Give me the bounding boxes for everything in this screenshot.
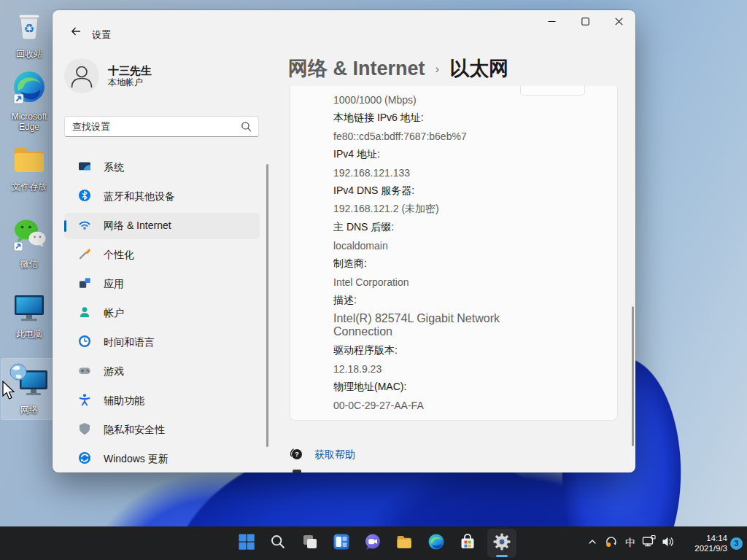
desktop: ♻ 回收站 Microsoft Edge 文件存放 微 <box>0 0 747 560</box>
search-icon <box>241 121 252 132</box>
content-scrollbar[interactable] <box>632 306 634 446</box>
desktop-icon-wechat[interactable]: 微信 <box>1 216 57 269</box>
folder-icon <box>12 144 47 179</box>
prop-label: IPv4 DNS 服务器: <box>333 182 603 200</box>
prop-label: 描述: <box>333 291 603 309</box>
accounts-person-icon <box>77 305 92 322</box>
back-button[interactable] <box>64 24 88 42</box>
sidebar-item-personalization[interactable]: 个性化 <box>64 242 260 268</box>
prop-label: 驱动程序版本: <box>333 341 603 359</box>
chat-icon <box>364 533 382 553</box>
wifi-icon <box>77 217 92 235</box>
windows-logo-icon <box>238 533 255 553</box>
sidebar-item-accounts[interactable]: 帐户 <box>64 300 260 327</box>
ethernet-icon <box>642 534 657 552</box>
sync-pending-icon <box>604 534 619 552</box>
apps-icon <box>77 276 92 293</box>
minimize-icon <box>548 15 556 28</box>
notification-badge[interactable]: 3 <box>730 537 743 550</box>
sidebar-scrollbar[interactable] <box>266 164 268 447</box>
window-title: 设置 <box>92 28 111 42</box>
search-button[interactable] <box>263 529 293 558</box>
minimize-button[interactable] <box>535 11 568 33</box>
sidebar-item-privacy-security[interactable]: 隐私和安全性 <box>64 417 260 443</box>
sidebar-item-gaming[interactable]: 游戏 <box>64 359 260 385</box>
person-icon <box>64 58 99 93</box>
copy-button-partial[interactable] <box>520 86 585 96</box>
hidden-icons-button[interactable] <box>583 529 602 558</box>
edge-icon <box>427 533 445 553</box>
tray-time: 14:14 <box>682 533 727 543</box>
breadcrumb-parent[interactable]: 网络 & Internet <box>288 55 425 82</box>
get-help-link[interactable]: 获取帮助 <box>314 448 355 462</box>
update-pending-button[interactable] <box>602 529 621 558</box>
desktop-icon-label: 回收站 <box>16 49 42 59</box>
sidebar-item-windows-update[interactable]: Windows 更新 <box>64 446 260 472</box>
sidebar-item-time-language[interactable]: 时间和语言 <box>64 330 260 356</box>
file-explorer-button[interactable] <box>390 529 419 558</box>
prop-label: 本地链接 IPv6 地址: <box>333 109 603 127</box>
taskbar: 中 14:14 2021/9/3 3 <box>0 526 747 560</box>
desktop-icon-file-folder[interactable]: 文件存放 <box>1 144 57 192</box>
breadcrumb: 网络 & Internet › 以太网 <box>288 55 508 82</box>
tray-clock[interactable]: 14:14 2021/9/3 <box>682 533 727 553</box>
sidebar-item-network-internet[interactable]: 网络 & Internet <box>64 213 260 239</box>
prop-value: localdomain <box>333 236 603 254</box>
desktop-icon-this-pc[interactable]: 此电脑 <box>1 292 57 339</box>
system-icon <box>77 159 92 176</box>
start-button[interactable] <box>232 529 261 558</box>
prop-value: 12.18.9.23 <box>333 359 603 378</box>
desktop-icon-recycle-bin[interactable]: ♻ 回收站 <box>1 10 57 59</box>
sidebar-item-system[interactable]: 系统 <box>64 155 260 181</box>
desktop-icon-label: Microsoft Edge <box>1 112 57 132</box>
user-account-type: 本地帐户 <box>108 77 152 88</box>
chat-button[interactable] <box>358 529 387 558</box>
volume-tray-button[interactable] <box>659 529 678 558</box>
prop-value: Intel(R) 82574L Gigabit Network Connecti… <box>333 309 508 341</box>
settings-search <box>64 116 259 137</box>
store-button[interactable] <box>453 529 482 558</box>
user-name: 十三先生 <box>108 64 152 77</box>
folder-icon <box>395 533 413 553</box>
avatar <box>64 58 99 93</box>
desktop-icon-label: 文件存放 <box>12 182 47 192</box>
maximize-button[interactable] <box>568 11 602 33</box>
sidebar-item-accessibility[interactable]: 辅助功能 <box>64 388 260 414</box>
feedback-partial-icon <box>293 470 301 472</box>
widgets-button[interactable] <box>327 529 356 558</box>
maximize-icon <box>581 15 589 28</box>
sidebar-item-apps[interactable]: 应用 <box>64 271 260 298</box>
ime-indicator[interactable]: 中 <box>621 529 640 558</box>
speaker-icon <box>661 534 676 552</box>
prop-value: fe80::cd5a:bdff:7687:b6eb%7 <box>333 127 603 145</box>
settings-button[interactable] <box>487 529 516 558</box>
user-profile[interactable]: 十三先生 本地帐户 <box>64 58 152 93</box>
desktop-icon-edge[interactable]: Microsoft Edge <box>1 70 57 132</box>
sidebar-item-bluetooth-devices[interactable]: 蓝牙和其他设备 <box>64 184 260 210</box>
svg-text:?: ? <box>295 450 299 458</box>
sidebar-nav: 系统 蓝牙和其他设备 网络 & Internet <box>64 155 260 472</box>
clock-icon <box>77 334 92 351</box>
accessibility-icon <box>77 392 92 410</box>
settings-window: 设置 十三先生 本地帐户 <box>53 10 635 472</box>
ethernet-details-card: 1000/1000 (Mbps) 本地链接 IPv6 地址: fe80::cd5… <box>290 86 618 421</box>
this-pc-icon <box>12 292 47 327</box>
chevron-up-icon <box>587 537 597 550</box>
desktop-icon-label: 网络 <box>20 405 38 415</box>
titlebar: 设置 <box>53 10 635 45</box>
wechat-icon <box>10 216 48 257</box>
desktop-icon-label: 微信 <box>20 259 38 269</box>
close-button[interactable] <box>602 11 635 33</box>
get-help[interactable]: ? 获取帮助 <box>290 447 355 463</box>
edge-button[interactable] <box>422 529 451 558</box>
widgets-icon <box>333 533 350 553</box>
prop-value: 192.168.121.2 (未加密) <box>333 200 603 218</box>
search-input[interactable] <box>65 121 241 132</box>
prop-value: Intel Corporation <box>333 273 603 291</box>
ime-chinese-label: 中 <box>625 537 635 550</box>
recycle-bin-icon: ♻ <box>12 10 46 47</box>
tray-date: 2021/9/3 <box>682 543 727 553</box>
help-icon: ? <box>290 447 303 463</box>
task-view-button[interactable] <box>295 529 325 558</box>
network-tray-button[interactable] <box>640 529 659 558</box>
